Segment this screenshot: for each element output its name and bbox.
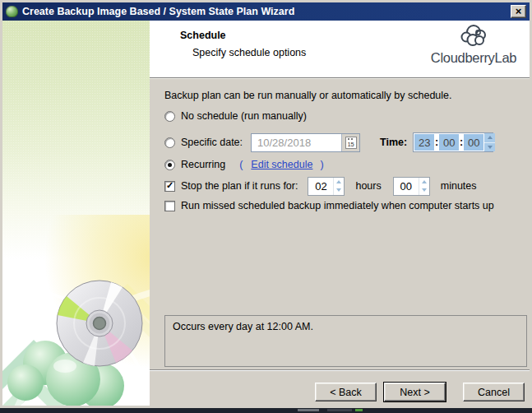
sidebar-decoration [2, 215, 150, 406]
option-specific-date[interactable]: Specific date: 10/28/2018 15 Time: 23 : … [164, 132, 523, 152]
titlebar[interactable]: Create Backup Image Based / System State… [2, 2, 530, 21]
stop-hours-value[interactable]: 02 [308, 178, 333, 195]
bubble-art [7, 364, 44, 401]
stop-hours-spin-buttons [333, 178, 344, 195]
spin-down-button[interactable] [334, 186, 344, 195]
stop-plan-label: Stop the plan if it runs for: [181, 180, 298, 192]
date-field[interactable]: 10/28/2018 15 [251, 133, 360, 152]
calendar-picker-button[interactable]: 15 [341, 134, 359, 151]
cancel-button[interactable]: Cancel [463, 383, 525, 401]
desktop-artifact [327, 409, 352, 411]
cloudberry-logo-icon [455, 23, 493, 49]
arrow-down-icon [488, 146, 493, 149]
time-hours[interactable]: 23 [414, 134, 434, 151]
wizard-window: Create Backup Image Based / System State… [0, 0, 532, 408]
option-recurring[interactable]: Recurring ( Edit schedule ) [164, 159, 523, 170]
recurring-label: Recurring [181, 159, 225, 170]
checkmark-icon: ✓ [166, 181, 173, 190]
minutes-unit-label: minutes [441, 180, 477, 192]
window-title: Create Backup Image Based / System State… [22, 6, 294, 17]
wizard-header: Schedule Specify schedule options Cloudb… [150, 21, 530, 78]
spin-down-button[interactable] [419, 186, 429, 195]
spin-up-button[interactable] [334, 178, 344, 187]
time-spinner[interactable]: 23 : 00 : 00 [413, 132, 493, 152]
cd-disc-art [57, 281, 142, 366]
brand-name: CloudberryLab [426, 50, 521, 66]
option-no-schedule[interactable]: No schedule (run manually) [164, 110, 523, 122]
hours-unit-label: hours [355, 180, 381, 192]
back-button[interactable]: < Back [315, 383, 377, 401]
spin-up-button[interactable] [419, 178, 429, 187]
run-missed-checkbox[interactable] [164, 201, 175, 211]
schedule-summary-text: Occurs every day at 12:00 AM. [173, 321, 313, 332]
desktop-artifact [298, 409, 319, 411]
no-schedule-label: No schedule (run manually) [181, 110, 307, 122]
schedule-summary-panel: Occurs every day at 12:00 AM. [164, 315, 527, 367]
specific-date-radio[interactable] [164, 137, 175, 148]
arrow-down-icon [422, 188, 427, 192]
time-minutes[interactable]: 00 [439, 134, 459, 151]
arrow-up-icon [336, 180, 341, 183]
option-run-missed[interactable]: Run missed scheduled backup immediately … [164, 200, 523, 211]
desktop-background [0, 408, 532, 413]
time-spin-buttons [484, 133, 495, 151]
stop-hours-spinner[interactable]: 02 [308, 177, 345, 196]
main-panel: Schedule Specify schedule options Cloudb… [150, 21, 530, 406]
time-label: Time: [380, 137, 407, 148]
next-button[interactable]: Next > [384, 383, 446, 401]
close-icon: × [516, 6, 522, 16]
sidebar-art [2, 21, 150, 406]
footer-divider [150, 369, 530, 371]
close-button[interactable]: × [511, 5, 526, 18]
edit-schedule-paren-close: ) [320, 159, 323, 170]
intro-text: Backup plan can be run manually or autom… [164, 90, 523, 101]
time-seconds[interactable]: 00 [464, 134, 483, 151]
recurring-radio[interactable] [164, 160, 175, 170]
run-missed-label: Run missed scheduled backup immediately … [181, 200, 494, 211]
no-schedule-radio[interactable] [164, 111, 175, 122]
stop-minutes-value[interactable]: 00 [394, 178, 419, 195]
option-stop-plan[interactable]: ✓ Stop the plan if it runs for: 02 hours… [164, 176, 523, 196]
brand: CloudberryLab [426, 23, 521, 66]
date-value[interactable]: 10/28/2018 [252, 134, 341, 151]
time-spin-down-button[interactable] [484, 142, 495, 152]
edit-schedule-link[interactable]: Edit schedule [251, 159, 312, 170]
arrow-up-icon [422, 180, 427, 183]
stop-plan-checkbox[interactable]: ✓ [164, 181, 175, 192]
time-spin-up-button[interactable] [484, 133, 495, 142]
arrow-down-icon [336, 188, 341, 192]
edit-schedule-paren-open: ( [239, 159, 243, 170]
specific-date-label: Specific date: [181, 137, 243, 148]
stop-minutes-spin-buttons [419, 178, 429, 195]
arrow-up-icon [488, 136, 493, 139]
desktop-artifact [355, 409, 363, 411]
bubble-highlight [53, 360, 76, 373]
calendar-icon: 15 [345, 137, 357, 149]
app-icon [6, 6, 18, 17]
stop-minutes-spinner[interactable]: 00 [393, 177, 430, 196]
